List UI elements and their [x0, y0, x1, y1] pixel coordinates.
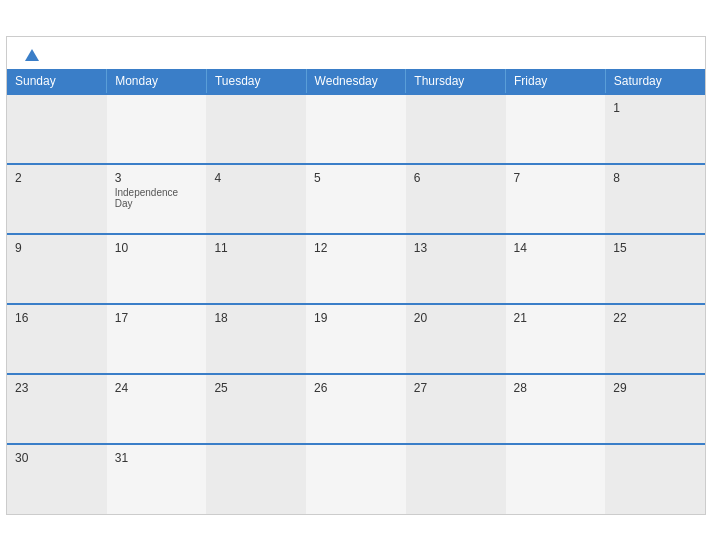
day-number: 13	[414, 241, 498, 255]
day-number: 7	[514, 171, 598, 185]
weekday-header-sunday: Sunday	[7, 69, 107, 94]
calendar-cell: 2	[7, 164, 107, 234]
calendar-cell	[206, 94, 306, 164]
calendar-week-row: 16171819202122	[7, 304, 705, 374]
calendar-cell: 1	[605, 94, 705, 164]
calendar-cell: 17	[107, 304, 207, 374]
calendar-week-row: 1	[7, 94, 705, 164]
day-number: 15	[613, 241, 697, 255]
calendar-cell: 22	[605, 304, 705, 374]
calendar-cell: 9	[7, 234, 107, 304]
calendar-cell	[107, 94, 207, 164]
calendar-cell	[605, 444, 705, 514]
calendar-cell: 24	[107, 374, 207, 444]
day-number: 2	[15, 171, 99, 185]
day-number: 11	[214, 241, 298, 255]
calendar-cell	[306, 444, 406, 514]
day-number: 16	[15, 311, 99, 325]
day-number: 5	[314, 171, 398, 185]
calendar-cell: 30	[7, 444, 107, 514]
day-number: 25	[214, 381, 298, 395]
weekday-header-tuesday: Tuesday	[206, 69, 306, 94]
calendar-cell: 28	[506, 374, 606, 444]
calendar-cell: 31	[107, 444, 207, 514]
calendar-cell: 15	[605, 234, 705, 304]
calendar-cell: 19	[306, 304, 406, 374]
day-number: 31	[115, 451, 199, 465]
calendar-grid: SundayMondayTuesdayWednesdayThursdayFrid…	[7, 69, 705, 514]
day-number: 23	[15, 381, 99, 395]
day-number: 21	[514, 311, 598, 325]
day-number: 14	[514, 241, 598, 255]
calendar-cell: 4	[206, 164, 306, 234]
calendar-cell	[7, 94, 107, 164]
weekday-header-row: SundayMondayTuesdayWednesdayThursdayFrid…	[7, 69, 705, 94]
day-number: 17	[115, 311, 199, 325]
calendar-cell: 18	[206, 304, 306, 374]
calendar-cell: 6	[406, 164, 506, 234]
day-number: 1	[613, 101, 697, 115]
day-number: 26	[314, 381, 398, 395]
calendar-week-row: 3031	[7, 444, 705, 514]
calendar-week-row: 23Independence Day45678	[7, 164, 705, 234]
weekday-header-monday: Monday	[107, 69, 207, 94]
logo	[23, 49, 39, 61]
day-number: 6	[414, 171, 498, 185]
calendar-cell	[206, 444, 306, 514]
day-number: 4	[214, 171, 298, 185]
day-number: 12	[314, 241, 398, 255]
calendar-cell: 27	[406, 374, 506, 444]
calendar-thead: SundayMondayTuesdayWednesdayThursdayFrid…	[7, 69, 705, 94]
calendar-container: SundayMondayTuesdayWednesdayThursdayFrid…	[6, 36, 706, 515]
calendar-cell: 20	[406, 304, 506, 374]
day-number: 8	[613, 171, 697, 185]
weekday-header-saturday: Saturday	[605, 69, 705, 94]
event-label: Independence Day	[115, 187, 199, 209]
calendar-cell: 23	[7, 374, 107, 444]
calendar-cell: 8	[605, 164, 705, 234]
calendar-cell	[506, 444, 606, 514]
calendar-cell	[406, 94, 506, 164]
calendar-cell: 25	[206, 374, 306, 444]
day-number: 30	[15, 451, 99, 465]
day-number: 27	[414, 381, 498, 395]
calendar-cell	[406, 444, 506, 514]
calendar-week-row: 9101112131415	[7, 234, 705, 304]
calendar-cell: 29	[605, 374, 705, 444]
calendar-cell: 3Independence Day	[107, 164, 207, 234]
day-number: 9	[15, 241, 99, 255]
calendar-cell: 21	[506, 304, 606, 374]
weekday-header-wednesday: Wednesday	[306, 69, 406, 94]
calendar-week-row: 23242526272829	[7, 374, 705, 444]
day-number: 19	[314, 311, 398, 325]
calendar-cell	[306, 94, 406, 164]
calendar-cell: 16	[7, 304, 107, 374]
day-number: 10	[115, 241, 199, 255]
day-number: 20	[414, 311, 498, 325]
weekday-header-thursday: Thursday	[406, 69, 506, 94]
calendar-cell: 10	[107, 234, 207, 304]
calendar-cell: 26	[306, 374, 406, 444]
day-number: 24	[115, 381, 199, 395]
day-number: 18	[214, 311, 298, 325]
calendar-cell: 11	[206, 234, 306, 304]
calendar-cell: 5	[306, 164, 406, 234]
day-number: 29	[613, 381, 697, 395]
calendar-header	[7, 37, 705, 69]
logo-triangle-icon	[25, 49, 39, 61]
calendar-body: 123Independence Day456789101112131415161…	[7, 94, 705, 514]
day-number: 28	[514, 381, 598, 395]
day-number: 3	[115, 171, 199, 185]
calendar-cell	[506, 94, 606, 164]
calendar-cell: 13	[406, 234, 506, 304]
calendar-cell: 12	[306, 234, 406, 304]
calendar-cell: 7	[506, 164, 606, 234]
calendar-cell: 14	[506, 234, 606, 304]
weekday-header-friday: Friday	[506, 69, 606, 94]
day-number: 22	[613, 311, 697, 325]
